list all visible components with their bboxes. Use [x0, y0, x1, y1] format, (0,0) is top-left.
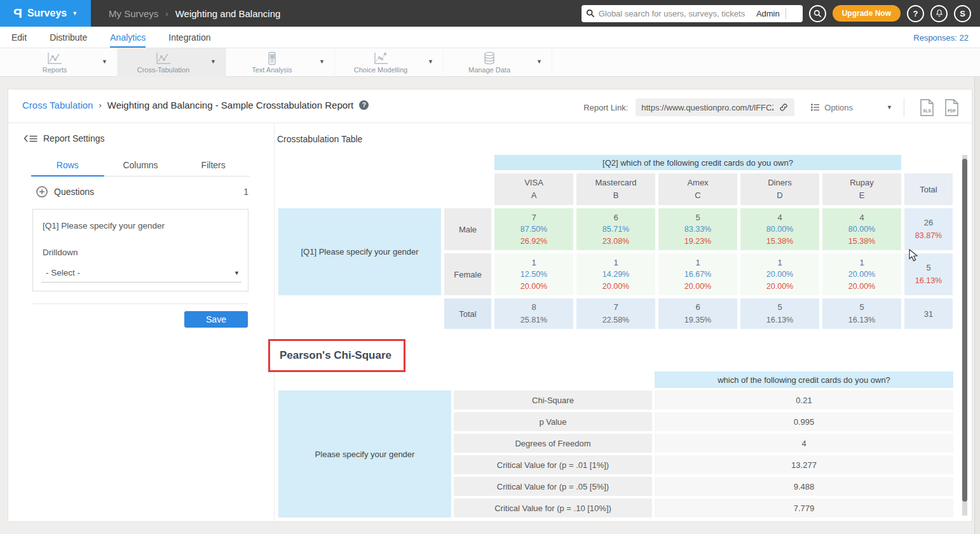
toolbar-item-cross-tabulation[interactable]: Cross-Tabulation ▼: [118, 48, 226, 77]
crosstab-cell: 787.50%26.92%: [494, 208, 573, 250]
tab-filters[interactable]: Filters: [177, 157, 250, 177]
chevron-down-icon: ▼: [72, 11, 78, 17]
chevron-down-icon[interactable]: ▼: [887, 105, 892, 110]
export-pdf-button[interactable]: PDF: [944, 99, 959, 116]
chevron-down-icon[interactable]: ▼: [536, 59, 542, 65]
questions-count: 1: [243, 187, 248, 197]
nav-tab-analytics[interactable]: Analytics: [110, 27, 146, 48]
column-header: MastercardB: [576, 173, 655, 205]
drilldown-select[interactable]: - Select - ▼: [41, 265, 242, 283]
page-scrollbar-track[interactable]: [974, 27, 980, 534]
report-title: Weighting and Balancing - Sample Crossta…: [107, 100, 353, 110]
svg-text:PDF: PDF: [948, 109, 956, 113]
help-icon[interactable]: ?: [359, 100, 369, 110]
tab-columns[interactable]: Columns: [104, 157, 177, 177]
breadcrumb-survey-name: Weighting and Balancing: [175, 8, 281, 19]
collapse-panel-icon[interactable]: [24, 135, 37, 142]
global-search: Admin ▼: [582, 5, 803, 22]
row-label-male: Male: [444, 208, 491, 250]
chevron-down-icon[interactable]: ▼: [319, 59, 325, 65]
toolbar-item-manage-data[interactable]: Manage Data ▼: [444, 48, 552, 77]
product-menu[interactable]: P Surveys ▼: [0, 0, 91, 27]
column-header: VISAA: [494, 173, 573, 205]
breadcrumb-separator: ›: [99, 100, 101, 110]
product-menu-label: Surveys: [27, 8, 67, 19]
crosstab-cell: 116.67%20.00%: [658, 253, 737, 295]
toolbar-item-choice-modelling[interactable]: Choice Modelling ▼: [335, 48, 444, 77]
nav-tab-edit[interactable]: Edit: [11, 27, 27, 48]
chi-stat-label: p Value: [454, 412, 652, 431]
column-header: DinersD: [740, 173, 819, 205]
row-label-female: Female: [444, 253, 491, 295]
survey-nav: Edit Distribute Analytics Integration Re…: [0, 27, 980, 48]
top-breadcrumb: My Surveys › Weighting and Balancing: [109, 8, 280, 19]
scatter-chart-icon: [335, 51, 426, 65]
chi-stat-value: 0.995: [655, 412, 953, 431]
chi-stat-value: 13.277: [655, 455, 953, 474]
search-scope-selector[interactable]: Admin: [751, 9, 786, 18]
chi-stat-value: 0.21: [655, 390, 953, 410]
divider: [274, 123, 275, 521]
nav-tab-distribute[interactable]: Distribute: [50, 27, 87, 48]
upgrade-now-button[interactable]: Upgrade Now: [833, 5, 901, 22]
crosstab-cell: 480.00%15.38%: [740, 208, 819, 250]
report-url-box[interactable]: https://www.questionpro.com/t/lFFCZg: [636, 98, 794, 116]
chi-square-title: Pearson's Chi-Square: [270, 349, 391, 362]
chi-stat-label: Critical Value for (p = .05 [5%]): [454, 477, 652, 496]
divider: [32, 304, 248, 304]
chevron-down-icon[interactable]: ▼: [102, 59, 107, 65]
chi-stat-label: Critical Value for (p = .10 [10%]): [454, 498, 652, 517]
questions-row: Questions 1: [36, 185, 248, 198]
divider: [904, 98, 904, 117]
notifications-button[interactable]: [930, 5, 948, 22]
crosstab-cell: 685.71%23.08%: [576, 208, 655, 250]
chevron-down-icon[interactable]: ▼: [428, 59, 433, 65]
crosstab-cell: 114.29%20.00%: [576, 253, 655, 295]
chi-stat-value: 4: [655, 434, 953, 453]
text-document-icon: [226, 51, 318, 65]
toolbar-item-text-analysis[interactable]: Text Analysis ▼: [226, 48, 335, 77]
svg-text:XLS: XLS: [923, 109, 931, 113]
crosstab-cell: 120.00%20.00%: [740, 253, 819, 295]
responses-count: Responses: 22: [913, 27, 969, 48]
breadcrumb-my-surveys[interactable]: My Surveys: [109, 8, 158, 19]
tab-rows[interactable]: Rows: [31, 157, 104, 177]
column-total-cell: 516.13%: [740, 298, 819, 329]
chi-stat-value: 9.488: [655, 477, 953, 496]
question-card[interactable]: [Q1] Please specify your gender Drilldow…: [32, 209, 248, 291]
settings-tabs: Rows Columns Filters: [31, 157, 250, 177]
drilldown-label: Drilldown: [43, 248, 78, 257]
add-question-icon[interactable]: [36, 186, 48, 197]
column-total-cell: 825.81%: [494, 298, 573, 329]
link-icon[interactable]: [779, 102, 789, 112]
report-breadcrumb: Cross Tabulation › Weighting and Balanci…: [22, 100, 369, 110]
chi-stat-value: 7.779: [655, 498, 953, 517]
toolbar-item-label: Manage Data: [444, 66, 535, 74]
search-input[interactable]: [599, 9, 751, 18]
divider: [8, 123, 972, 123]
column-total-cell: 619.35%: [658, 298, 737, 329]
column-total-cell: 722.58%: [576, 298, 655, 329]
nav-tab-integration[interactable]: Integration: [168, 27, 210, 48]
cross-tabulation-link[interactable]: Cross Tabulation: [22, 100, 93, 110]
help-button[interactable]: ?: [907, 5, 924, 22]
grand-total-cell: 31: [904, 298, 953, 329]
save-button[interactable]: Save: [184, 311, 248, 328]
column-header: RupayE: [822, 173, 901, 205]
row-label-total: Total: [444, 298, 491, 329]
chevron-down-icon[interactable]: ▼: [786, 11, 798, 17]
search-button[interactable]: [809, 5, 826, 22]
chevron-down-icon[interactable]: ▼: [210, 59, 216, 65]
report-link-label: Report Link:: [583, 103, 628, 112]
row-total-cell: 516.13%: [904, 253, 953, 295]
content-scrollbar-thumb[interactable]: [962, 159, 967, 502]
avatar[interactable]: S: [954, 5, 971, 22]
column-total-cell: 516.13%: [822, 298, 901, 329]
export-xls-button[interactable]: XLS: [920, 99, 934, 116]
questionpro-logo-icon: P: [13, 6, 22, 21]
chi-stat-label: Chi-Square: [454, 390, 652, 410]
report-link-row: Report Link: https://www.questionpro.com…: [583, 97, 964, 117]
toolbar-item-reports[interactable]: Reports ▼: [9, 48, 118, 77]
crosstab-section-title: Crosstabulation Table: [277, 134, 362, 144]
options-menu[interactable]: Options ▼: [811, 103, 892, 112]
